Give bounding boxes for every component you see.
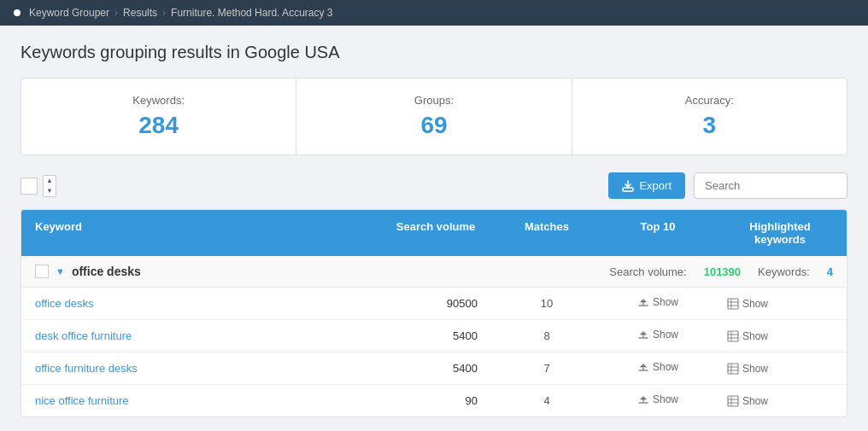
groups-label: Groups: [317,94,550,107]
highlighted-cell[interactable]: Show [713,354,847,383]
table-icon [727,330,739,342]
group-left: ▼ office desks [35,265,141,278]
highlighted-cell[interactable]: Show [713,387,847,416]
upload-icon [637,296,649,308]
breadcrumb-results[interactable]: Results [123,7,157,19]
highlighted-cell[interactable]: Show [713,322,847,351]
table-row: nice office furniture 90 4 Show Show [21,385,847,416]
select-all-checkbox[interactable] [21,178,38,195]
breadcrumb-current: Furniture. Method Hard. Accuracy 3 [171,7,332,19]
accuracy-label: Accuracy: [593,94,826,107]
header-keyword: Keyword [21,210,380,256]
page-title: Keywords grouping results in Google USA [21,43,847,62]
toolbar: ▲ ▼ Export [21,172,847,199]
toolbar-left: ▲ ▼ [21,175,56,197]
search-input[interactable] [694,172,847,199]
export-button[interactable]: Export [608,172,685,199]
svg-rect-1 [728,299,738,309]
highlighted-show-btn[interactable]: Show [727,363,768,375]
top10-show-btn[interactable]: Show [637,329,678,341]
table-row: office furniture desks 5400 7 Show Sho [21,352,847,385]
header-top10: Top 10 [602,210,713,256]
upload-icon [637,329,649,341]
top10-cell[interactable]: Show [602,352,713,384]
search-volume-cell: 5400 [380,321,491,351]
breadcrumb: Keyword Grouper › Results › Furniture. M… [0,0,868,26]
svg-rect-5 [728,331,738,341]
top10-cell[interactable]: Show [602,288,713,319]
breadcrumb-keyword-grouper[interactable]: Keyword Grouper [29,7,109,19]
keyword-link[interactable]: office desks [21,288,380,318]
keyword-link[interactable]: desk office furniture [21,321,380,351]
header-search-volume: Search volume [380,210,491,256]
accuracy-stat: Accuracy: 3 [572,79,847,154]
group-keywords-count: 4 [827,265,833,278]
highlighted-cell[interactable]: Show [713,289,847,318]
keyword-link[interactable]: office furniture desks [21,353,380,383]
breadcrumb-sep-2: › [162,7,166,19]
group-name: office desks [72,265,141,278]
group-keywords-label: Keywords: [758,265,810,278]
group-expand-icon[interactable]: ▼ [56,266,65,277]
toolbar-right: Export [608,172,847,199]
groups-value: 69 [317,112,550,139]
breadcrumb-sep-1: › [114,7,118,19]
group-checkbox[interactable] [35,265,49,278]
group-stats: Search volume: 101390 Keywords: 4 [609,265,833,278]
keywords-value: 284 [42,112,275,139]
table-icon [727,363,739,375]
top10-show-btn[interactable]: Show [637,361,678,373]
table-row: office desks 90500 10 Show Show [21,288,847,320]
svg-rect-13 [728,396,738,406]
top10-cell[interactable]: Show [602,320,713,352]
top10-show-btn[interactable]: Show [637,296,678,308]
upload-icon [637,393,649,405]
results-table: Keyword Search volume Matches Top 10 Hig… [21,209,847,417]
data-rows: office desks 90500 10 Show Show [21,288,847,416]
group-search-volume-label: Search volume: [609,265,686,278]
highlighted-show-btn[interactable]: Show [727,395,768,407]
table-icon [727,298,739,310]
accuracy-value: 3 [593,112,826,139]
svg-rect-0 [623,188,633,191]
export-icon [622,180,634,192]
search-volume-cell: 90 [380,386,491,416]
search-volume-cell: 90500 [380,288,491,318]
svg-rect-9 [728,364,738,374]
keywords-label: Keywords: [42,94,275,107]
table-header: Keyword Search volume Matches Top 10 Hig… [21,210,847,256]
upload-icon [637,361,649,373]
keyword-link[interactable]: nice office furniture [21,386,380,416]
table-row: desk office furniture 5400 8 Show Show [21,320,847,352]
group-row: ▼ office desks Search volume: 101390 Key… [21,256,847,288]
table-icon [727,395,739,407]
header-matches: Matches [491,210,602,256]
matches-cell: 4 [491,386,602,416]
groups-stat: Groups: 69 [296,79,572,154]
stats-card: Keywords: 284 Groups: 69 Accuracy: 3 [21,78,847,155]
matches-cell: 8 [491,321,602,351]
matches-cell: 7 [491,353,602,383]
group-search-volume-value: 101390 [704,265,741,278]
keywords-stat: Keywords: 284 [21,79,296,154]
main-content: Keywords grouping results in Google USA … [0,26,868,431]
search-volume-cell: 5400 [380,353,491,383]
matches-cell: 10 [491,288,602,318]
highlighted-show-btn[interactable]: Show [727,330,768,342]
highlighted-show-btn[interactable]: Show [727,298,768,310]
sort-arrows[interactable]: ▲ ▼ [43,175,56,197]
header-highlighted: Highlighted keywords [713,210,847,256]
top10-show-btn[interactable]: Show [637,393,678,405]
top10-cell[interactable]: Show [602,385,713,416]
